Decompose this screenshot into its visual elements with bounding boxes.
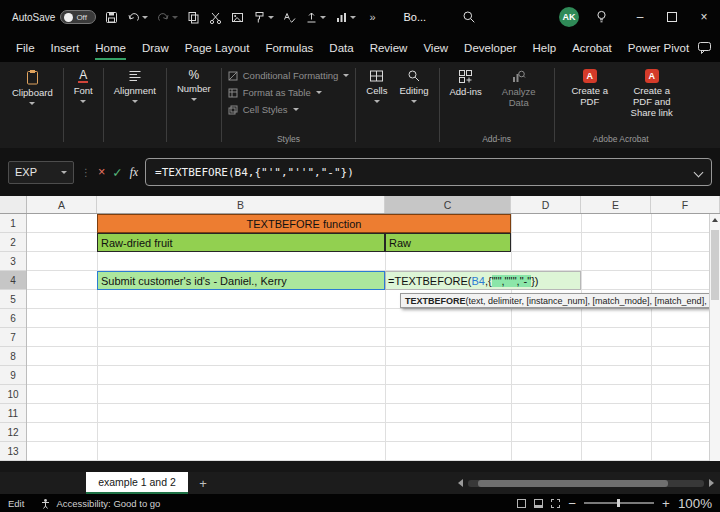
number-button[interactable]: % Number [171,65,217,103]
select-all-corner[interactable] [0,196,27,213]
clipboard-button[interactable]: Clipboard [6,65,59,107]
menu-tab-data[interactable]: Data [321,34,361,62]
font-button[interactable]: A Font [68,65,99,105]
page-break-view-icon[interactable] [551,499,560,508]
create-pdf-button[interactable]: A Create a PDF [559,65,621,110]
cell-b2[interactable]: Raw-dried fruit [97,233,385,252]
zoom-level[interactable]: 100% [678,496,712,511]
horizontal-scrollbar[interactable] [458,478,714,488]
expand-formula-bar-icon[interactable] [694,168,704,178]
column-header-a[interactable]: A [27,196,97,213]
enter-formula-button[interactable]: ✓ [112,165,122,180]
spelling-button[interactable] [283,11,296,24]
menu-tab-developer[interactable]: Developer [456,34,524,62]
analyze-data-button[interactable]: Analyze Data [488,65,550,111]
vertical-scrollbar[interactable] [709,214,720,461]
row-header[interactable]: 1 [0,214,26,233]
menu-tab-power-pivot[interactable]: Power Pivot [620,34,697,62]
column-header-e[interactable]: E [581,196,651,213]
column-header-f[interactable]: F [651,196,720,213]
menu-tab-insert[interactable]: Insert [43,34,88,62]
menu-tab-acrobat[interactable]: Acrobat [564,34,620,62]
account-avatar[interactable]: AK [559,7,579,27]
comments-button[interactable] [697,41,712,55]
normal-view-icon[interactable] [517,499,526,508]
menu-tab-review[interactable]: Review [362,34,416,62]
column-header-d[interactable]: D [511,196,581,213]
name-box[interactable]: EXP [8,161,74,184]
cell-styles-button[interactable]: Cell Styles [226,103,301,116]
minimize-button[interactable]: – [624,0,656,34]
editing-button[interactable]: Editing [393,65,434,105]
addins-button[interactable]: Add-ins [444,65,488,100]
add-sheet-button[interactable]: + [188,472,218,494]
zoom-out-button[interactable]: − [568,496,576,511]
cells-button[interactable]: Cells [360,65,393,105]
chevron-down-icon [316,91,322,94]
row-header[interactable]: 4 [0,271,26,290]
menu-tab-draw[interactable]: Draw [134,34,177,62]
menu-tab-view[interactable]: View [415,34,456,62]
copy-button[interactable] [187,11,200,24]
share-quick-button[interactable] [305,11,326,24]
menu-tab-help[interactable]: Help [525,34,565,62]
row-header[interactable]: 11 [0,404,26,423]
cell-c2[interactable]: Raw [385,233,511,252]
undo-button[interactable] [127,11,148,24]
menu-tab-home[interactable]: Home [87,34,134,62]
cut-button[interactable] [209,11,222,24]
cell-b1-title-banner[interactable]: TEXTBEFORE function [97,214,511,233]
row-header[interactable]: 6 [0,309,26,328]
toolbar-overflow-button[interactable]: » [369,11,375,23]
menu-tab-formulas[interactable]: Formulas [257,34,321,62]
formula-bar-resize-handle[interactable]: ⋮ [81,167,91,178]
cell-b4[interactable]: Submit customer's id's - Daniel., Kerry [97,271,385,290]
search-button[interactable] [462,10,476,24]
row-header[interactable]: 13 [0,442,26,461]
create-pdf-share-button[interactable]: A Create a PDF and Share link [621,65,683,121]
chart-button[interactable] [335,11,356,24]
row-header[interactable]: 9 [0,366,26,385]
row-header[interactable]: 8 [0,347,26,366]
picture-button[interactable] [231,11,244,24]
zoom-slider-thumb[interactable] [617,499,620,507]
formula-input[interactable]: =TEXTBEFORE(B4,{"'","''","-"}) [145,158,712,186]
column-header-b[interactable]: B [97,196,385,213]
adobe-acrobat-group: A Create a PDF A Create a PDF and Share … [559,65,683,148]
sheet-tab-active[interactable]: example 1 and 2 [86,472,188,494]
insert-function-button[interactable]: fx [130,166,138,178]
redo-button[interactable] [157,11,178,24]
row-header[interactable]: 5 [0,290,26,309]
vertical-scrollbar-thumb[interactable] [711,230,719,300]
save-button[interactable] [105,11,118,24]
row-header[interactable]: 3 [0,252,26,271]
alignment-button[interactable]: Alignment [108,65,162,105]
page-layout-view-icon[interactable] [534,499,543,508]
format-painter-button[interactable] [253,11,274,24]
close-button[interactable]: × [688,0,720,34]
menu-tab-page-layout[interactable]: Page Layout [177,34,258,62]
format-as-table-button[interactable]: Format as Table [226,86,324,99]
cell-c4-formula-edit[interactable]: =TEXTBEFORE(B4,{"'","''","-"}) [385,271,581,290]
group-separator [166,68,167,142]
cancel-formula-button[interactable]: × [98,165,105,179]
row-header[interactable]: 7 [0,328,26,347]
maximize-button[interactable] [656,0,688,34]
row-header[interactable]: 2 [0,233,26,252]
row-header[interactable]: 10 [0,385,26,404]
horizontal-scrollbar-track[interactable] [468,480,704,487]
sheet-grid[interactable]: TEXTBEFORE function Raw-dried fruit Raw … [27,214,720,461]
accessibility-status[interactable]: Accessibility: Good to go [40,498,160,509]
horizontal-scrollbar-thumb[interactable] [478,480,668,487]
autosave-toggle[interactable]: Off [60,10,96,24]
column-header-c[interactable]: C [385,196,511,213]
conditional-formatting-button[interactable]: Conditional Formatting [226,69,352,82]
zoom-in-button[interactable]: + [662,496,670,511]
scroll-right-icon[interactable] [709,479,714,487]
zoom-slider[interactable] [584,502,654,504]
scroll-up-button[interactable] [710,214,720,226]
row-header[interactable]: 12 [0,423,26,442]
scroll-left-icon[interactable] [458,479,463,487]
lightbulb-button[interactable] [595,10,608,24]
menu-tab-file[interactable]: File [8,34,43,62]
